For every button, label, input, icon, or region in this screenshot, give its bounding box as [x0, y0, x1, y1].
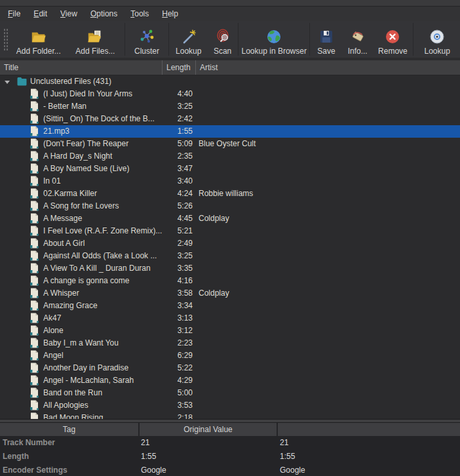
column-header-new-value[interactable] [278, 423, 460, 436]
window-top-strip [0, 0, 460, 7]
toolbar-label: Scan [214, 47, 231, 56]
column-header-length[interactable]: Length [162, 60, 195, 75]
file-row[interactable]: A Whisper 3:58 Coldplay [0, 287, 460, 300]
file-row[interactable]: In 01 3:40 [0, 175, 460, 188]
cluster-button[interactable]: Cluster [126, 22, 168, 58]
file-row[interactable]: 02.Karma Killer 4:24 Robbie williams [0, 188, 460, 200]
audio-file-icon [30, 113, 39, 126]
metadata-row-track-number[interactable]: Track Number 21 21 [0, 436, 460, 450]
metadata-row-length[interactable]: Length 1:55 1:55 [0, 450, 460, 464]
file-row[interactable]: Band on the Run 5:00 [0, 387, 460, 399]
file-title: Bad Moon Rising [43, 412, 103, 419]
scan-fingerprint-icon [214, 28, 231, 45]
file-tree: Unclustered Files (431) (I Just) Died In… [0, 75, 460, 419]
file-row[interactable]: I Feel Love (R.A.F. Zone Remix)... 5:21 [0, 225, 460, 237]
audio-file-icon [30, 263, 39, 275]
lookup-button[interactable]: Lookup [170, 22, 208, 58]
file-length: 4:45 [162, 212, 193, 225]
column-header-tag[interactable]: Tag [0, 423, 138, 436]
audio-file-icon [30, 101, 39, 113]
file-title: A change is gonna come [43, 275, 129, 287]
toolbar-label: Add Folder... [16, 47, 61, 56]
menu-view[interactable]: View [54, 7, 84, 21]
add-files-button[interactable]: Add Files... [67, 22, 125, 58]
audio-file-icon [30, 213, 39, 226]
menu-file[interactable]: File [1, 7, 27, 21]
file-row[interactable]: All Apologies 3:53 [0, 399, 460, 412]
toolbar-label: Cluster [134, 47, 159, 56]
file-length: 6:29 [162, 349, 193, 362]
audio-file-icon [30, 363, 39, 375]
toolbar-drag-handle[interactable] [3, 28, 9, 51]
file-row[interactable]: About A Girl 2:49 [0, 237, 460, 250]
file-row[interactable]: Bad Moon Rising 2:18 [0, 412, 460, 419]
audio-file-icon [30, 151, 39, 163]
info-tag-icon [349, 28, 366, 45]
file-row[interactable]: A View To A Kill _ Duran Duran 3:35 [0, 262, 460, 275]
file-row[interactable]: Against All Odds (Take a Look ... 3:25 [0, 250, 460, 262]
audio-file-icon [30, 188, 39, 201]
file-length: 4:29 [162, 374, 193, 387]
original-value: 1:55 [141, 450, 156, 464]
file-title: Band on the Run [43, 387, 102, 399]
menu-options[interactable]: Options [84, 7, 124, 21]
add-folder-icon [30, 28, 47, 45]
remove-button[interactable]: Remove [374, 22, 413, 58]
file-row[interactable]: 21.mp3 1:55 [0, 125, 460, 138]
file-title: - Better Man [43, 100, 86, 113]
audio-file-icon [30, 238, 39, 250]
file-row[interactable]: Another Day in Paradise 5:22 [0, 362, 460, 374]
file-title: In 01 [43, 175, 61, 188]
file-row[interactable]: Angel 6:29 [0, 349, 460, 362]
file-row[interactable]: Ak47 3:13 [0, 312, 460, 325]
file-row[interactable]: - Better Man 3:25 [0, 100, 460, 113]
file-length: 2:18 [162, 412, 193, 419]
file-length: 3:40 [162, 175, 193, 188]
file-row[interactable]: Angel - McLachlan, Sarah 4:29 [0, 374, 460, 387]
lookup-cd-button[interactable]: Lookup [414, 22, 460, 58]
file-title: All Apologies [43, 399, 88, 412]
file-row[interactable]: A Hard Day_s Night 2:35 [0, 150, 460, 163]
file-row[interactable]: Alone 3:12 [0, 325, 460, 337]
lookup-in-browser-button[interactable]: Lookup in Browser [239, 22, 309, 58]
cluster-label: Unclustered Files (431) [30, 75, 111, 88]
file-title: Against All Odds (Take a Look ... [43, 250, 157, 262]
file-title: Baby I_m a Want You [43, 337, 119, 349]
add-folder-button[interactable]: Add Folder... [10, 22, 67, 58]
info-button[interactable]: Info... [342, 22, 374, 58]
expander-arrow-icon[interactable] [5, 81, 10, 84]
toolbar-label: Save [317, 47, 335, 56]
menu-tools[interactable]: Tools [124, 7, 155, 21]
metadata-row-encoder-settings[interactable]: Encoder Settings Google Google [0, 464, 460, 476]
file-artist: Blue Oyster Cult [199, 138, 256, 150]
unclustered-files-row[interactable]: Unclustered Files (431) [0, 75, 460, 88]
file-row[interactable]: (Don't Fear) The Reaper 5:09 Blue Oyster… [0, 138, 460, 150]
file-row[interactable]: (I Just) Died In Your Arms 4:40 [0, 88, 460, 100]
file-row[interactable]: Amazing Grace 3:34 [0, 300, 460, 312]
file-row[interactable]: A Message 4:45 Coldplay [0, 212, 460, 225]
column-header-title[interactable]: Title [0, 60, 162, 75]
file-length: 3:25 [162, 250, 193, 262]
audio-file-icon [30, 387, 39, 400]
column-header-original-value[interactable]: Original Value [140, 423, 277, 436]
file-row[interactable]: A Song for the Lovers 5:26 [0, 200, 460, 212]
toolbar-separator [413, 23, 413, 56]
file-title: Another Day in Paradise [43, 362, 128, 374]
scan-button[interactable]: Scan [208, 22, 238, 58]
file-length: 2:42 [162, 113, 193, 125]
file-row[interactable]: Baby I_m a Want You 2:23 [0, 337, 460, 349]
file-row[interactable]: A change is gonna come 4:16 [0, 275, 460, 287]
save-button[interactable]: Save [311, 22, 342, 58]
audio-file-icon [30, 89, 39, 101]
file-title: About A Girl [43, 237, 85, 250]
file-row[interactable]: (Sittin_ On) The Dock of the B... 2:42 [0, 113, 460, 125]
file-title: Ak47 [43, 312, 61, 325]
file-title: (I Just) Died In Your Arms [43, 88, 132, 100]
menu-edit[interactable]: Edit [27, 7, 54, 21]
file-length: 3:47 [162, 163, 193, 175]
file-length: 4:16 [162, 275, 193, 287]
original-value: 21 [141, 436, 149, 450]
column-header-artist[interactable]: Artist [195, 60, 460, 75]
file-row[interactable]: A Boy Named Sue (Live) 3:47 [0, 163, 460, 175]
menu-help[interactable]: Help [155, 7, 185, 21]
